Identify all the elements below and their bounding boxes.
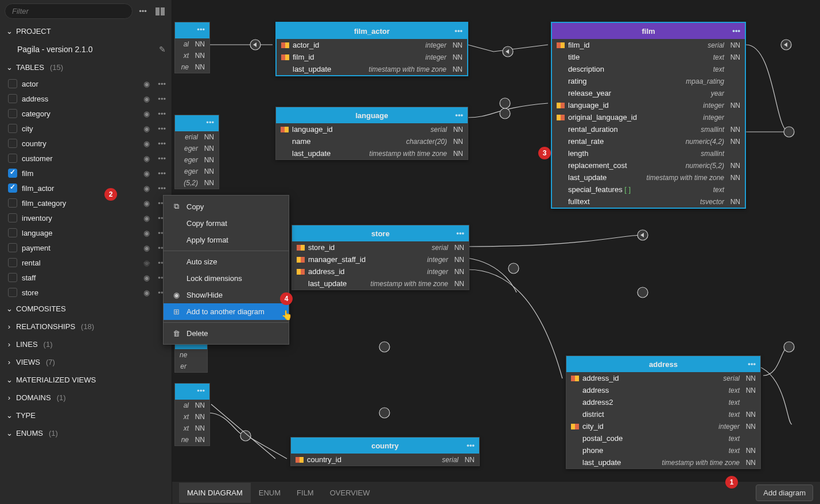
column-row[interactable]: address_idserialNN bbox=[566, 372, 760, 384]
eye-icon[interactable]: ◉ bbox=[143, 110, 150, 118]
more-icon[interactable]: ••• bbox=[158, 110, 166, 118]
eye-icon[interactable]: ◉ bbox=[143, 229, 150, 237]
eye-icon[interactable]: ◉ bbox=[143, 259, 150, 267]
checkbox[interactable] bbox=[8, 243, 17, 252]
tab-overview[interactable]: OVERVIEW bbox=[322, 483, 378, 503]
entity-film-actor[interactable]: film_actor••• actor_idintegerNNfilm_idin… bbox=[275, 22, 468, 76]
lines-section-header[interactable]: › LINES (1) bbox=[0, 335, 172, 353]
checkbox[interactable] bbox=[8, 169, 17, 178]
eye-icon[interactable]: ◉ bbox=[143, 214, 150, 222]
sidebar-table-inventory[interactable]: inventory ◉ ••• bbox=[0, 210, 172, 225]
sidebar-table-country[interactable]: country ◉ ••• bbox=[0, 136, 172, 151]
filter-more-icon[interactable]: ••• bbox=[136, 5, 150, 18]
column-row[interactable]: namecharacter(20)NN bbox=[276, 135, 468, 147]
ctx-apply-format[interactable]: Apply format bbox=[164, 232, 289, 248]
filter-input[interactable] bbox=[5, 3, 133, 19]
ctx-lock-dimensions[interactable]: Lock dimensions bbox=[164, 270, 289, 287]
eye-icon[interactable]: ◉ bbox=[143, 184, 150, 193]
entity-more-icon[interactable]: ••• bbox=[455, 111, 463, 119]
entity-stub-4[interactable]: ••• alNNxtNNxtNNneNN bbox=[174, 383, 210, 446]
eye-icon[interactable]: ◉ bbox=[143, 124, 150, 133]
checkbox[interactable] bbox=[8, 288, 17, 297]
ctx-copy[interactable]: ⧉Copy bbox=[164, 198, 289, 215]
project-name-row[interactable]: Pagila - version 2.1.0 ✎ bbox=[0, 40, 172, 58]
checkbox[interactable] bbox=[8, 124, 17, 133]
more-icon[interactable]: ••• bbox=[158, 169, 166, 178]
column-row[interactable]: rental_ratenumeric(4,2)NN bbox=[552, 135, 745, 147]
checkbox[interactable] bbox=[8, 79, 17, 88]
sidebar-table-film_actor[interactable]: film_actor ◉ ••• bbox=[0, 181, 172, 196]
tables-section-header[interactable]: ⌄ TABLES (15) bbox=[0, 58, 172, 76]
entity-address[interactable]: address••• address_idserialNNaddresstext… bbox=[566, 355, 761, 469]
entity-more-icon[interactable]: ••• bbox=[456, 229, 464, 237]
domains-section-header[interactable]: › DOMAINS (1) bbox=[0, 389, 172, 407]
checkbox[interactable] bbox=[8, 228, 17, 237]
more-icon[interactable]: ••• bbox=[158, 154, 166, 163]
enums-section-header[interactable]: ⌄ ENUMS (1) bbox=[0, 424, 172, 442]
column-row[interactable]: original_language_idinteger bbox=[552, 111, 745, 123]
sidebar-table-customer[interactable]: customer ◉ ••• bbox=[0, 151, 172, 166]
column-row[interactable]: districttextNN bbox=[566, 408, 760, 420]
eye-icon[interactable]: ◉ bbox=[143, 154, 150, 163]
ctx-auto-size[interactable]: Auto size bbox=[164, 253, 289, 270]
column-row[interactable]: addresstextNN bbox=[566, 384, 760, 396]
ctx-delete[interactable]: 🗑Delete bbox=[164, 325, 289, 342]
sidebar-table-actor[interactable]: actor ◉ ••• bbox=[0, 76, 172, 91]
checkbox[interactable] bbox=[8, 273, 17, 282]
column-row[interactable]: lengthsmallint bbox=[552, 147, 745, 159]
add-diagram-button[interactable]: Add diagram bbox=[756, 485, 813, 501]
checkbox[interactable] bbox=[8, 109, 17, 118]
sidebar-table-store[interactable]: store ◉ ••• bbox=[0, 285, 172, 300]
column-row[interactable]: film_idintegerNN bbox=[277, 51, 467, 63]
entity-country[interactable]: country••• country_idserialNN bbox=[290, 437, 480, 466]
checkbox[interactable] bbox=[8, 258, 17, 267]
column-row[interactable]: language_idserialNN bbox=[276, 123, 468, 135]
column-row[interactable]: last_updatetimestamp with time zoneNN bbox=[276, 147, 468, 159]
more-icon[interactable]: ••• bbox=[158, 139, 166, 148]
column-row[interactable]: last_updatetimestamp with time zoneNN bbox=[277, 63, 467, 75]
sidebar-table-payment[interactable]: payment ◉ ••• bbox=[0, 240, 172, 255]
column-row[interactable]: rental_durationsmallintNN bbox=[552, 123, 745, 135]
composites-section-header[interactable]: ⌄ COMPOSITES bbox=[0, 300, 172, 318]
views-section-header[interactable]: › VIEWS (7) bbox=[0, 353, 172, 371]
eye-icon[interactable]: ◉ bbox=[143, 169, 150, 178]
column-row[interactable]: country_idserialNN bbox=[291, 454, 479, 466]
column-row[interactable]: special_features [ ]text bbox=[552, 183, 745, 196]
column-row[interactable]: ratingmpaa_rating bbox=[552, 75, 745, 87]
column-row[interactable]: address2text bbox=[566, 396, 760, 408]
column-row[interactable]: store_idserialNN bbox=[292, 241, 469, 253]
tab-enum[interactable]: ENUM bbox=[251, 483, 289, 503]
sidebar-table-rental[interactable]: rental ◉ ••• bbox=[0, 255, 172, 270]
column-row[interactable]: phonetextNN bbox=[566, 444, 760, 456]
checkbox[interactable] bbox=[8, 94, 17, 103]
sidebar-table-film[interactable]: film ◉ ••• bbox=[0, 166, 172, 181]
ctx-show-hide[interactable]: ◉Show/Hide bbox=[164, 287, 289, 303]
column-row[interactable]: actor_idintegerNN bbox=[277, 39, 467, 51]
relationships-section-header[interactable]: › RELATIONSHIPS (18) bbox=[0, 318, 172, 335]
entity-more-icon[interactable]: ••• bbox=[732, 26, 740, 35]
column-row[interactable]: city_idintegerNN bbox=[566, 420, 760, 432]
column-row[interactable]: fulltexttsvectorNN bbox=[552, 196, 745, 208]
entity-stub-2[interactable]: ••• erialNNegerNNegerNNegerNN(5,2)NN bbox=[174, 115, 219, 189]
more-icon[interactable]: ••• bbox=[158, 95, 166, 103]
eye-icon[interactable]: ◉ bbox=[143, 139, 150, 148]
column-row[interactable]: postal_codetext bbox=[566, 432, 760, 444]
entity-language[interactable]: language••• language_idserialNNnamechara… bbox=[275, 107, 468, 160]
entity-stub-1[interactable]: ••• alNNxtNNneNN bbox=[174, 22, 210, 73]
column-row[interactable]: manager_staff_idintegerNN bbox=[292, 253, 469, 265]
entity-more-icon[interactable]: ••• bbox=[197, 386, 205, 395]
checkbox[interactable] bbox=[8, 154, 17, 163]
tab-main-diagram[interactable]: MAIN DIAGRAM bbox=[179, 483, 251, 503]
column-row[interactable]: release_yearyear bbox=[552, 87, 745, 99]
checkbox[interactable] bbox=[8, 139, 17, 148]
edit-icon[interactable]: ✎ bbox=[159, 45, 166, 54]
entity-more-icon[interactable]: ••• bbox=[454, 26, 463, 35]
sidebar-table-category[interactable]: category ◉ ••• bbox=[0, 106, 172, 121]
column-row[interactable]: language_idintegerNN bbox=[552, 99, 745, 111]
column-row[interactable]: last_updatetimestamp with time zoneNN bbox=[292, 278, 469, 290]
columns-toggle-icon[interactable] bbox=[153, 5, 167, 18]
eye-icon[interactable]: ◉ bbox=[143, 199, 150, 208]
eye-icon[interactable]: ◉ bbox=[143, 244, 150, 252]
checkbox[interactable] bbox=[8, 198, 17, 208]
matviews-section-header[interactable]: ⌄ MATERIALIZED VIEWS bbox=[0, 371, 172, 389]
